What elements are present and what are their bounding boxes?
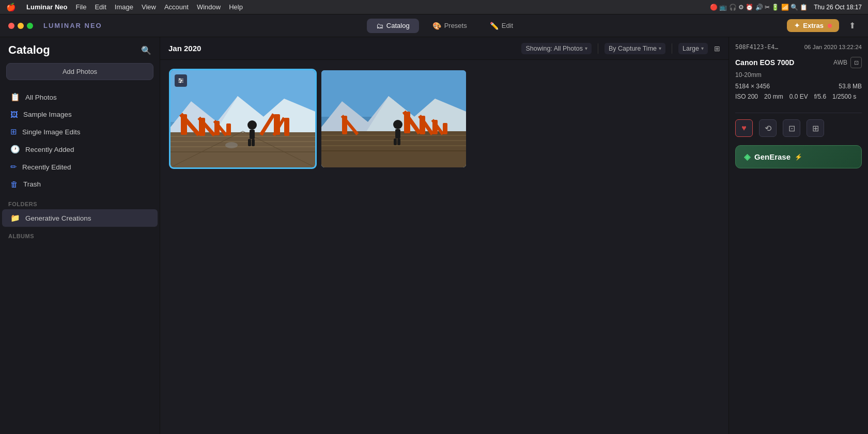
folder-label: Generative Creations (25, 214, 91, 222)
photo-thumbnail-2[interactable] (321, 70, 466, 167)
recently-edited-icon: ✏ (10, 162, 17, 172)
panel-divider (735, 113, 862, 113)
menubar-items: File Edit Image View Account Window Help (75, 3, 242, 11)
sidebar-item-trash[interactable]: 🗑 Trash (2, 176, 158, 193)
trash-icon: 🗑 (10, 180, 18, 189)
fullscreen-button[interactable] (27, 23, 33, 29)
sidebar-item-generative-creations[interactable]: 📁 Generative Creations (2, 209, 158, 227)
sort-label: By Capture Time (609, 45, 657, 52)
sort-dropdown[interactable]: By Capture Time ▾ (605, 43, 665, 54)
tab-edit[interactable]: ✏️ Edit (481, 19, 522, 33)
panel-date: 06 Jan 2020 13:22:24 (804, 44, 862, 50)
panel-iso: ISO 200 (735, 93, 758, 100)
svg-rect-14 (226, 123, 231, 135)
panel-dims-row: 5184 × 3456 53.8 MB (735, 83, 862, 90)
minimize-button[interactable] (18, 23, 24, 29)
svg-point-30 (179, 79, 181, 80)
close-button[interactable] (8, 23, 14, 29)
sidebar-item-recently-edited[interactable]: ✏ Recently Edited (2, 158, 158, 176)
toolbar-separator-2 (672, 43, 672, 54)
menubar: 🍎 Luminar Neo File Edit Image View Accou… (0, 0, 868, 14)
albums-section-label: Albums (0, 227, 160, 241)
photo-thumbnail-1[interactable] (171, 70, 315, 167)
extras-button[interactable]: ✦ Extras (787, 19, 839, 32)
menu-help[interactable]: Help (229, 3, 243, 11)
folders-section-label: Folders (0, 195, 160, 209)
menu-image[interactable]: Image (115, 3, 133, 11)
panel-awb-label: AWB (833, 59, 847, 66)
photo-image-1 (171, 70, 315, 167)
sidebar-item-single-image-edits-label: Single Image Edits (22, 128, 81, 136)
extras-badge (828, 24, 832, 28)
recently-added-icon: 🕐 (10, 145, 20, 154)
menu-file[interactable]: File (75, 3, 86, 11)
panel-lens: 10-20mm (735, 71, 862, 79)
svg-rect-52 (395, 129, 400, 138)
titlebar: LUMINAR NEO 🗂 Catalog 🎨 Presets ✏️ Edit … (0, 14, 868, 37)
folder-icon: 📁 (10, 213, 20, 223)
sidebar-item-recently-added[interactable]: 🕐 Recently Added (2, 141, 158, 158)
copy-button[interactable]: ⊡ (783, 119, 800, 137)
size-label: Large (683, 45, 699, 52)
sidebar-item-recently-edited-label: Recently Edited (22, 163, 71, 171)
content-title: Jan 2020 (168, 44, 201, 53)
svg-point-26 (225, 142, 238, 148)
menu-edit[interactable]: Edit (95, 3, 106, 11)
panel-dimensions: 5184 × 3456 (735, 83, 770, 90)
grid-view-button[interactable]: ⊞ (714, 44, 720, 53)
menubar-time: Thu 26 Oct 18:17 (814, 4, 862, 11)
main-area: Catalog 🔍 Add Photos 📋 All Photos 🖼 Samp… (0, 37, 868, 434)
sidebar-item-single-image-edits[interactable]: ⊞ Single Image Edits (2, 123, 158, 141)
panel-exif-row: ISO 200 20 mm 0.0 EV f/5.6 1/2500 s (735, 93, 862, 100)
expand-photo-button[interactable]: ⊞ (807, 119, 824, 137)
svg-rect-54 (397, 138, 400, 145)
sliders-icon (177, 77, 184, 84)
apple-menu[interactable]: 🍎 (6, 3, 16, 12)
size-dropdown[interactable]: Large ▾ (678, 43, 708, 54)
share-button[interactable]: ⬆ (845, 19, 860, 33)
menu-account[interactable]: Account (164, 3, 189, 11)
menu-view[interactable]: View (142, 3, 156, 11)
favorite-button[interactable]: ♥ (735, 119, 753, 137)
app-logo: LUMINAR NEO (43, 22, 102, 29)
svg-point-32 (180, 82, 181, 83)
lightning-icon: ⚡ (795, 153, 802, 161)
panel-camera-name: Canon EOS 700D (735, 58, 794, 67)
content-toolbar: Jan 2020 Showing: All Photos ▾ By Captur… (160, 37, 729, 60)
tab-edit-label: Edit (502, 22, 513, 29)
svg-rect-37 (321, 131, 466, 167)
catalog-title: Catalog (8, 43, 50, 57)
menubar-right: 🔴 📺 🎧 ⚙ ⏰ 🔊 ✂ 🔋 📶 🔍 📋 Thu 26 Oct 18:17 (710, 4, 862, 11)
panel-aperture: f/5.6 (814, 93, 826, 100)
svg-rect-24 (248, 139, 251, 146)
toolbar-separator-1 (598, 43, 598, 54)
tab-catalog-label: Catalog (386, 22, 410, 29)
sidebar-item-trash-label: Trash (23, 180, 41, 188)
showing-dropdown[interactable]: Showing: All Photos ▾ (521, 43, 592, 54)
presets-icon: 🎨 (432, 22, 441, 30)
app-window: LUMINAR NEO 🗂 Catalog 🎨 Presets ✏️ Edit … (0, 14, 868, 434)
app-name[interactable]: Luminar Neo (26, 3, 67, 11)
add-photos-button[interactable]: Add Photos (6, 63, 153, 80)
tab-presets[interactable]: 🎨 Presets (423, 19, 476, 33)
panel-expand-button[interactable]: ⊡ (850, 57, 862, 68)
sidebar-item-sample-images[interactable]: 🖼 Sample Images (2, 106, 158, 123)
sidebar-item-sample-images-label: Sample Images (23, 111, 72, 118)
menu-window[interactable]: Window (197, 3, 221, 11)
gen-erase-button[interactable]: ◈ GenErase ⚡ (735, 145, 862, 168)
svg-rect-4 (171, 132, 315, 167)
tab-presets-label: Presets (444, 22, 467, 29)
panel-file-info: 508F4123-E4… 06 Jan 2020 13:22:24 (735, 43, 862, 51)
edit-icon: ✏️ (490, 22, 499, 30)
tab-catalog[interactable]: 🗂 Catalog (367, 19, 419, 33)
rotate-button[interactable]: ⟲ (759, 119, 777, 137)
photo-grid (160, 60, 729, 434)
menubar-icons: 🔴 📺 🎧 ⚙ ⏰ 🔊 ✂ 🔋 📶 🔍 📋 (710, 4, 808, 11)
search-button[interactable]: 🔍 (141, 45, 151, 55)
panel-focal-length: 20 mm (764, 93, 783, 100)
sidebar-item-all-photos[interactable]: 📋 All Photos (2, 88, 158, 106)
svg-rect-45 (443, 123, 447, 134)
panel-actions: ♥ ⟲ ⊡ ⊞ (735, 119, 862, 137)
sidebar-header: Catalog 🔍 (0, 43, 160, 63)
panel-file-size: 53.8 MB (839, 83, 862, 90)
